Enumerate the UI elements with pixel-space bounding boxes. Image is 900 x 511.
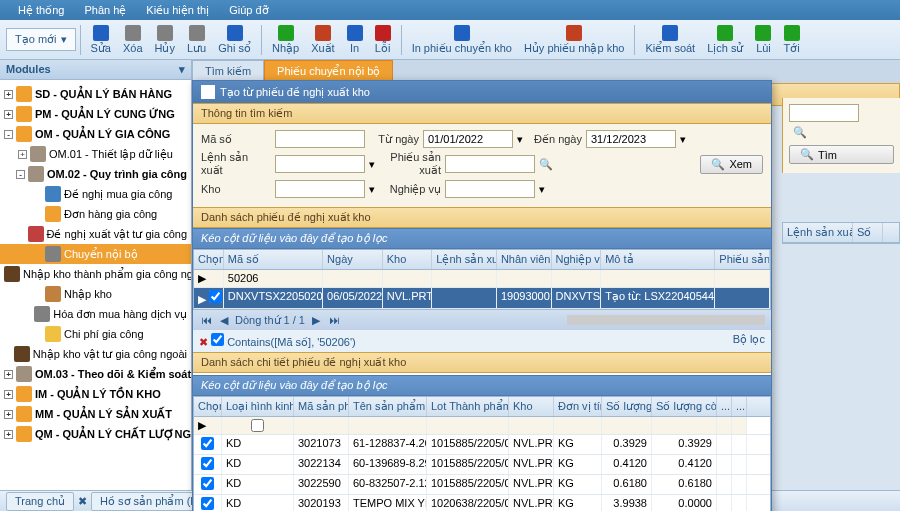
input-maso[interactable] — [275, 130, 365, 148]
label-lsx: Lệnh sản xuất — [201, 151, 271, 177]
section-request-list: Danh sách phiếu đề nghị xuất kho — [193, 207, 771, 228]
module-tree: +SD - QUẢN LÝ BÁN HÀNG+PM - QUẢN LÝ CUNG… — [0, 80, 191, 490]
detail-grid[interactable]: ChọnLoại hình kinh d...Mã sản phẩmTên sả… — [194, 397, 770, 511]
right-search-input[interactable] — [789, 104, 859, 122]
close-filter-icon[interactable]: ✖ — [199, 336, 208, 348]
table-row[interactable]: KD302259060-832507-2.12...1015885/2205/0… — [194, 475, 770, 495]
tree-node[interactable]: Nhập kho vật tư gia công ngoài — [0, 344, 191, 364]
tree-node[interactable]: Nhập kho thành phẩm gia công ngoài — [0, 264, 191, 284]
dropdown-icon[interactable]: ▾ — [179, 63, 185, 76]
tree-node[interactable]: Nhập kho — [0, 284, 191, 304]
status-home[interactable]: Trang chủ — [6, 492, 74, 511]
menu-module[interactable]: Phân hệ — [74, 4, 136, 17]
tree-node[interactable]: -OM - QUẢN LÝ GIA CÔNG — [0, 124, 191, 144]
filter-info: ✖ Contains([Mã số], '50206') Bộ lọc — [193, 330, 771, 352]
new-dropdown[interactable]: Tạo mới▾ — [6, 28, 76, 51]
tree-node[interactable]: Chuyển nội bộ — [0, 244, 191, 264]
dropdown-icon[interactable]: ▾ — [539, 183, 545, 196]
prev-icon[interactable]: ◀ — [217, 313, 231, 327]
first-icon[interactable]: ⏮ — [199, 313, 213, 327]
input-nghiepvu[interactable] — [445, 180, 535, 198]
table-row[interactable]: KD3020193TEMPO MIX YELL...1020638/2205/0… — [194, 495, 770, 511]
toolbar-Kiểm soát[interactable]: Kiểm soát — [639, 23, 701, 57]
menu-help[interactable]: Giúp đỡ — [219, 4, 278, 17]
drag-hint-1: Kéo cột dữ liệu vào đây để tạo bộ lọc — [193, 228, 771, 249]
toolbar-Ghi sổ[interactable]: Ghi sổ — [212, 23, 257, 57]
filter-checkbox[interactable] — [211, 333, 224, 346]
toolbar-In phiếu chuyển kho[interactable]: In phiếu chuyển kho — [406, 23, 518, 57]
menu-system[interactable]: Hệ thống — [8, 4, 74, 17]
tree-node[interactable]: +SD - QUẢN LÝ BÁN HÀNG — [0, 84, 191, 104]
tree-node[interactable]: +OM.03 - Theo dõi & Kiểm soát — [0, 364, 191, 384]
label-tungay: Từ ngày — [369, 133, 419, 146]
table-row[interactable]: KD302213460-139689-8.29...1015885/2205/0… — [194, 455, 770, 475]
input-tungay[interactable] — [423, 130, 513, 148]
tree-node[interactable]: Đề nghị mua gia công — [0, 184, 191, 204]
filter-link[interactable]: Bộ lọc — [733, 333, 765, 349]
pager-1: ⏮ ◀ Dòng thứ 1 / 1 ▶ ⏭ — [193, 310, 771, 330]
input-denngay[interactable] — [586, 130, 676, 148]
close-icon[interactable]: ✖ — [78, 495, 87, 508]
request-grid[interactable]: ChọnMã sốNgàyKhoLệnh sản xuấtNhân viênNg… — [193, 249, 771, 310]
view-button[interactable]: 🔍Xem — [700, 155, 763, 174]
toolbar-Xóa[interactable]: Xóa — [117, 23, 149, 56]
toolbar-Lùi[interactable]: Lùi — [749, 23, 777, 56]
toolbar-Nhập[interactable]: Nhập — [266, 23, 305, 57]
search-button[interactable]: 🔍Tìm — [789, 145, 894, 164]
input-psx[interactable] — [445, 155, 535, 173]
menu-view[interactable]: Kiều hiện thị — [136, 4, 219, 17]
tree-node[interactable]: -OM.02 - Quy trình gia công — [0, 164, 191, 184]
next-icon[interactable]: ▶ — [309, 313, 323, 327]
toolbar-Lịch sử[interactable]: Lịch sử — [701, 23, 749, 57]
section-search-info: Thông tin tìm kiếm — [193, 103, 771, 124]
sidebar: Modules ▾ +SD - QUẢN LÝ BÁN HÀNG+PM - QU… — [0, 60, 192, 490]
last-icon[interactable]: ⏭ — [327, 313, 341, 327]
tree-node[interactable]: +MM - QUẢN LÝ SẢN XUẤT — [0, 404, 191, 424]
sidebar-title: Modules ▾ — [0, 60, 191, 80]
section-detail-list: Danh sách chi tiết phiếu đề nghị xuất kh… — [193, 352, 771, 373]
drag-hint-2: Kéo cột dữ liệu vào đây để tạo bộ lọc — [193, 375, 771, 396]
chevron-down-icon: ▾ — [61, 33, 67, 46]
search-form: Mã số Từ ngày ▾ Đến ngày ▾ Lệnh sản xuất… — [193, 124, 771, 207]
toolbar-Xuất[interactable]: Xuất — [305, 23, 341, 57]
tree-node[interactable]: Chi phí gia công — [0, 324, 191, 344]
toolbar-In[interactable]: In — [341, 23, 369, 56]
dialog-icon — [201, 85, 215, 99]
toolbar-Lưu[interactable]: Lưu — [181, 23, 212, 57]
right-grid: Lệnh sản xuấtSố — [782, 222, 900, 302]
toolbar-Hủy[interactable]: Hủy — [149, 23, 181, 57]
search-icon: 🔍 — [711, 158, 725, 171]
toolbar-Sửa[interactable]: Sửa — [85, 23, 117, 57]
label-denngay: Đến ngày — [527, 133, 582, 146]
input-lsx[interactable] — [275, 155, 365, 173]
label-nghiepvu: Nghiệp vụ — [379, 183, 441, 196]
dropdown-icon[interactable]: ▾ — [369, 183, 375, 196]
tree-node[interactable]: Đề nghị xuất vật tư gia công — [0, 224, 191, 244]
tree-node[interactable]: Đơn hàng gia công — [0, 204, 191, 224]
tree-node[interactable]: +QM - QUẢN LÝ CHẤT LƯỢNG — [0, 424, 191, 444]
calendar-icon[interactable]: ▾ — [517, 133, 523, 146]
toolbar-Hủy phiếu nhập kho[interactable]: Hủy phiếu nhập kho — [518, 23, 631, 57]
table-row[interactable]: KD302107361-128837-4.26...1015885/2205/0… — [194, 435, 770, 455]
label-maso: Mã số — [201, 133, 271, 146]
toolbar-Tới[interactable]: Tới — [777, 23, 805, 57]
table-row[interactable]: ▶ DNXVTSX2205020606/05/2022NVL.PRT190930… — [194, 288, 770, 309]
dialog-titlebar: Tạo từ phiếu đề nghị xuất kho — [193, 81, 771, 103]
scrollbar[interactable] — [567, 315, 765, 325]
input-kho[interactable] — [275, 180, 365, 198]
label-psx: Phiếu sản xuất — [379, 151, 441, 177]
search-icon[interactable]: 🔍 — [793, 126, 894, 139]
tree-node[interactable]: +OM.01 - Thiết lập dữ liệu — [0, 144, 191, 164]
toolbar: Tạo mới▾ SửaXóaHủyLưuGhi sổNhậpXuấtInLỗi… — [0, 20, 900, 60]
toolbar-Lỗi[interactable]: Lỗi — [369, 23, 397, 57]
right-search-panel: 🔍 🔍Tìm — [782, 98, 900, 173]
content-area: Tìm kiếm Phiếu chuyển nội bộ Thông tin t… — [192, 60, 900, 490]
tree-node[interactable]: Hóa đơn mua hàng dịch vụ — [0, 304, 191, 324]
search-icon[interactable]: 🔍 — [539, 158, 553, 171]
tree-node[interactable]: +IM - QUẢN LÝ TỒN KHO — [0, 384, 191, 404]
tree-node[interactable]: +PM - QUẢN LÝ CUNG ỨNG — [0, 104, 191, 124]
label-kho: Kho — [201, 183, 271, 195]
create-from-request-dialog: Tạo từ phiếu đề nghị xuất kho Thông tin … — [192, 80, 772, 511]
dropdown-icon[interactable]: ▾ — [369, 158, 375, 171]
calendar-icon[interactable]: ▾ — [680, 133, 686, 146]
